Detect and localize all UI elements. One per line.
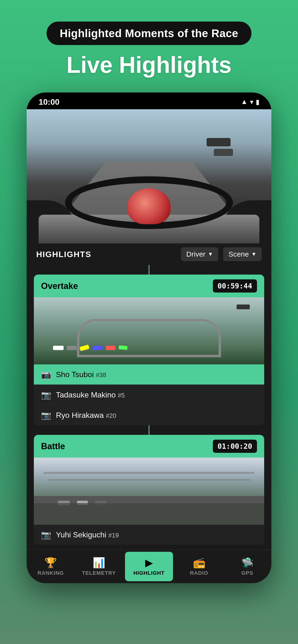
driver-cam-icon-1: 📷 bbox=[41, 390, 51, 400]
bottom-nav: 🏆 RANKING 📊 TELEMETRY ▶ HIGHLIGHT 📻 RADI… bbox=[27, 550, 271, 583]
connector-line-1 bbox=[148, 265, 150, 274]
driver-name-2: Ryo Hirakawa #20 bbox=[56, 411, 116, 420]
radio-label: RADIO bbox=[190, 570, 208, 576]
highlights-nav: HIGHLIGHTS Driver ▼ Scene ▼ bbox=[27, 244, 271, 265]
gps-icon: 🛸 bbox=[241, 557, 254, 568]
status-bar: 10:00 ▲ ▾ ▮ bbox=[27, 92, 271, 109]
driver-name-3: Yuhi Sekiguchi #19 bbox=[56, 530, 119, 539]
highlight-card-1: Overtake 00:59:44 bbox=[34, 274, 264, 425]
main-video[interactable] bbox=[27, 109, 271, 244]
driver-cam-icon-0: 📷 bbox=[41, 370, 51, 379]
gps-label: GPS bbox=[241, 570, 253, 576]
card-1-video[interactable] bbox=[34, 297, 264, 364]
highlight-label: HIGHLIGHT bbox=[133, 570, 165, 576]
top-badge: Highlighted Moments of the Race bbox=[47, 22, 251, 45]
battery-icon: ▮ bbox=[256, 98, 259, 106]
signal-icon: ▲ bbox=[241, 98, 248, 106]
driver-dropdown[interactable]: Driver ▼ bbox=[181, 247, 218, 261]
connector-line-2 bbox=[148, 425, 150, 435]
main-title: Live Highlights bbox=[66, 52, 232, 78]
scene-dropdown[interactable]: Scene ▼ bbox=[223, 247, 262, 261]
status-time: 10:00 bbox=[39, 97, 60, 106]
ranking-label: RANKING bbox=[38, 570, 64, 576]
driver-row-2[interactable]: 📷 Ryo Hirakawa #20 bbox=[34, 405, 264, 425]
driver-name-0: Sho Tsuboi #38 bbox=[56, 370, 106, 379]
telemetry-icon: 📊 bbox=[93, 557, 105, 568]
status-icons: ▲ ▾ ▮ bbox=[241, 98, 259, 106]
driver-cam-icon-3: 📷 bbox=[41, 530, 51, 540]
card-1-time: 00:59:44 bbox=[213, 279, 257, 292]
highlight-icon: ▶ bbox=[145, 557, 153, 568]
card-2-header: Battle 01:00:20 bbox=[34, 435, 264, 458]
card-1-header: Overtake 00:59:44 bbox=[34, 274, 264, 297]
card-1-title: Overtake bbox=[41, 281, 78, 291]
nav-item-gps[interactable]: 🛸 GPS bbox=[223, 550, 271, 583]
driver-name-1: Tadasuke Makino #5 bbox=[56, 390, 125, 400]
driver-row-1[interactable]: 📷 Tadasuke Makino #5 bbox=[34, 385, 264, 405]
highlight-card-2: Battle 01:00:20 📷 Yuhi Sekiguchi #1 bbox=[34, 435, 264, 545]
scene-dropdown-text: Scene bbox=[228, 250, 249, 258]
ranking-icon: 🏆 bbox=[44, 557, 57, 568]
nav-item-highlight[interactable]: ▶ HIGHLIGHT bbox=[125, 552, 173, 581]
card-2-video[interactable] bbox=[34, 458, 264, 525]
phone-shell: 10:00 ▲ ▾ ▮ HIGHLIGHTS Driver ▼ Scene ▼ bbox=[27, 92, 271, 583]
nav-item-ranking[interactable]: 🏆 RANKING bbox=[27, 550, 75, 583]
content-area[interactable]: Overtake 00:59:44 bbox=[27, 265, 271, 550]
scene-dropdown-arrow: ▼ bbox=[251, 251, 256, 257]
nav-highlights-label: HIGHLIGHTS bbox=[36, 250, 176, 259]
driver-row-0[interactable]: 📷 Sho Tsuboi #38 bbox=[34, 364, 264, 385]
nav-item-telemetry[interactable]: 📊 TELEMETRY bbox=[75, 550, 123, 583]
driver-cam-icon-2: 📷 bbox=[41, 410, 51, 420]
nav-item-radio[interactable]: 📻 RADIO bbox=[175, 550, 223, 583]
driver-dropdown-arrow: ▼ bbox=[208, 251, 213, 257]
driver-dropdown-text: Driver bbox=[186, 250, 205, 258]
wifi-icon: ▾ bbox=[250, 98, 253, 106]
badge-text: Highlighted Moments of the Race bbox=[60, 27, 238, 40]
telemetry-label: TELEMETRY bbox=[82, 570, 116, 576]
driver-row-3[interactable]: 📷 Yuhi Sekiguchi #19 bbox=[34, 525, 264, 545]
card-2-time: 01:00:20 bbox=[213, 440, 257, 453]
radio-icon: 📻 bbox=[193, 557, 205, 568]
card-2-title: Battle bbox=[41, 441, 65, 452]
